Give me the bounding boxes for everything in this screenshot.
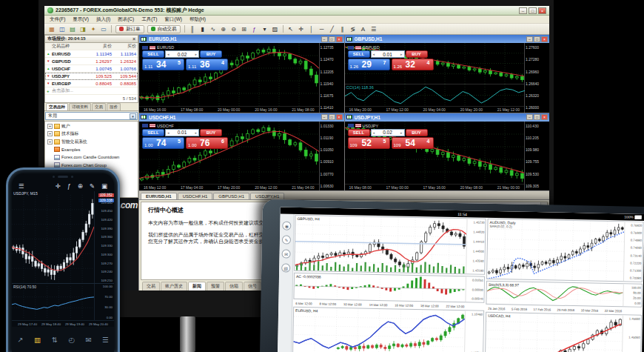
sell-price-button[interactable]: 109525 (348, 137, 390, 149)
quotes-icon[interactable]: ↗ (17, 336, 23, 344)
chart-tab[interactable]: GBPUSD,H1 (213, 193, 249, 199)
candles-icon[interactable]: ▮ (198, 24, 207, 33)
sell-button[interactable]: SELL (348, 50, 370, 58)
volume-decrease[interactable]: ◂ (373, 52, 375, 56)
new-order-button[interactable]: 新订单 (115, 25, 144, 33)
sell-button[interactable]: SELL (348, 129, 370, 136)
chart-tab[interactable]: EURUSD,H1 (141, 193, 177, 199)
bars-icon[interactable]: ║ (187, 24, 197, 33)
draw-icon[interactable]: ✎ (282, 236, 291, 245)
tablet-stochastic-pane[interactable]: Stoch(5,3,3) 68.97 100.0080.0020.000.00 (486, 281, 642, 308)
volume-decrease[interactable]: ◂ (167, 52, 170, 56)
menu-item[interactable]: 显示(V) (73, 16, 89, 23)
navigator-item[interactable]: +智能交易系统 (45, 138, 138, 146)
trade-icon[interactable]: ◉ (282, 222, 291, 230)
symbol-row[interactable]: ▼EURGBP0.880450.88085 (45, 80, 138, 87)
history-icon[interactable]: ◴ (68, 336, 74, 344)
data-window-icon[interactable]: ◨ (78, 24, 88, 33)
sell-button[interactable]: SELL (142, 50, 164, 58)
add-symbol-row[interactable]: +点击添加... (45, 87, 138, 95)
navigator-item[interactable]: +账户 (45, 122, 138, 130)
charts-icon[interactable]: ▥ (34, 336, 41, 344)
hline-icon[interactable]: ─ (317, 24, 326, 33)
chevron-down-icon[interactable]: ▾ (130, 113, 136, 119)
buy-price-button[interactable]: 109544 (392, 137, 434, 149)
chart-window-titlebar[interactable]: USDJPY,H1–□× (345, 113, 550, 122)
restore-button[interactable]: □ (534, 36, 540, 42)
window-titlebar[interactable]: 22365677 - FOREX.comGlobalCN-Demo 553: 模… (44, 6, 549, 16)
menu-item[interactable]: 图表(C) (118, 16, 134, 23)
templates-icon[interactable]: ▨ (270, 24, 280, 33)
minimize-button[interactable]: – (526, 114, 533, 120)
volume-increase[interactable]: ▸ (400, 52, 403, 56)
new-window-icon[interactable]: ▣ (101, 182, 107, 190)
menu-icon[interactable]: ☰ (19, 182, 24, 190)
market-watch-tab[interactable]: 报价 (107, 103, 121, 110)
close-button[interactable]: × (336, 36, 343, 42)
symbol-row[interactable]: ▼GBPUSD1.262971.26324 (45, 58, 138, 65)
phone-rsi-pane[interactable]: RSI(14) 70.50 100.0070.0030.000.00 (12, 283, 114, 320)
close-button[interactable]: × (541, 114, 548, 120)
navigator-dropdown[interactable]: 常用 ▾ (45, 112, 138, 120)
trendline-icon[interactable]: ╱ (327, 24, 337, 33)
trade-icon[interactable]: ⇅ (52, 336, 58, 344)
sell-button[interactable]: SELL (142, 129, 164, 136)
expander-icon[interactable]: + (47, 139, 53, 145)
mail-icon[interactable]: ✉ (281, 250, 290, 259)
tablet-chart-usdcad[interactable]: USDCAD, H4 1.456601.450601.44460 (485, 312, 642, 352)
navigator-item[interactable]: +技术指标 (45, 130, 138, 139)
symbol-row[interactable]: ▼USDJPY109.525109.544 (45, 73, 138, 80)
buy-button[interactable]: BUY (200, 50, 222, 58)
volume-input[interactable]: ◂0.02▸ (371, 129, 405, 136)
sell-price-button[interactable]: 1.00745 (142, 137, 184, 149)
volume-input[interactable]: ◂0.01▸ (371, 50, 405, 58)
symbol-row[interactable]: ▲EURUSD1.113451.11364 (45, 50, 138, 58)
menu-item[interactable]: 帮助(H) (189, 16, 206, 23)
volume-decrease[interactable]: ◂ (167, 130, 170, 135)
market-watch-tab[interactable]: 详细资料 (69, 103, 91, 110)
expander-icon[interactable]: + (47, 131, 53, 136)
terminal-tab[interactable]: 交易 (142, 282, 160, 290)
menu-item[interactable]: 文件(F) (50, 16, 65, 23)
market-watch-tab[interactable]: 交易 (92, 103, 106, 110)
close-button[interactable]: × (541, 36, 548, 42)
terminal-tab[interactable]: 账户历史 (161, 282, 187, 290)
chart-window-titlebar[interactable]: EURUSD,H1–□× (139, 35, 344, 43)
draw-icon[interactable]: ✎ (90, 182, 95, 190)
sell-price-button[interactable]: 1.26297 (348, 59, 390, 70)
navigator-item[interactable]: Examples (45, 146, 138, 154)
market-watch-tab[interactable]: 交易品种 (46, 103, 68, 110)
zoom-in-icon[interactable]: ⊕ (218, 24, 228, 33)
menu-item[interactable]: 插入(I) (96, 16, 110, 23)
sell-price-button[interactable]: 1.11345 (142, 59, 184, 70)
vline-icon[interactable]: │ (306, 24, 316, 33)
buy-price-button[interactable]: 1.00766 (186, 137, 228, 149)
terminal-tab[interactable]: 信箱 (225, 282, 243, 290)
buy-price-button[interactable]: 1.26324 (392, 59, 434, 70)
buy-button[interactable]: BUY (406, 50, 428, 58)
minimize-button[interactable]: – (321, 36, 328, 42)
close-button[interactable]: × (538, 7, 546, 14)
buy-button[interactable]: BUY (200, 129, 222, 136)
volume-increase[interactable]: ▸ (195, 130, 197, 135)
restore-button[interactable]: □ (329, 36, 335, 42)
minimize-button[interactable]: – (526, 36, 533, 42)
indicators-icon[interactable]: ƒ (249, 24, 259, 33)
volume-increase[interactable]: ▸ (195, 52, 197, 56)
buy-price-button[interactable]: 1.11364 (186, 59, 228, 70)
fibonacci-icon[interactable]: ≶ (348, 24, 358, 33)
panel-close-icon[interactable]: × (133, 36, 135, 41)
restore-button[interactable]: □ (329, 114, 335, 120)
crosshair-icon[interactable]: ✛ (56, 182, 61, 190)
profiles-icon[interactable]: ◫ (58, 24, 67, 33)
tablet-chart-audusd[interactable]: AUDUSD, Daily SAR(0.02, 0.2) 0.768200.75… (486, 219, 643, 282)
volume-increase[interactable]: ▸ (400, 130, 403, 135)
close-button[interactable]: × (336, 114, 343, 120)
minimize-button[interactable]: – (321, 114, 328, 120)
terminal-tab[interactable]: 新闻 (188, 282, 206, 290)
chart-tab[interactable]: USDJPY,H1 (250, 193, 284, 199)
chart-window-titlebar[interactable]: GBPUSD,H1–□× (345, 35, 550, 43)
indicators-icon[interactable]: ƒ (67, 182, 71, 190)
crosshair-icon[interactable]: ✛ (296, 24, 306, 33)
terminal-tab[interactable]: 信号 (244, 282, 261, 290)
